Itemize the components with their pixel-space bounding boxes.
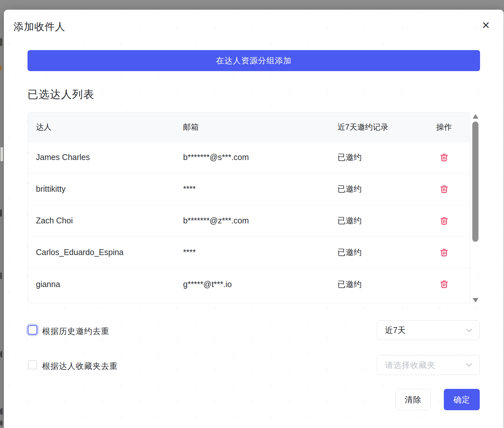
- creator-name: brittikitty: [28, 184, 183, 194]
- creator-name: gianna: [28, 280, 183, 289]
- trash-icon[interactable]: [439, 279, 450, 290]
- backdrop-artifact: [0, 273, 2, 279]
- close-icon[interactable]: ✕: [479, 18, 493, 32]
- column-header-invite-record: 近7天邀约记录: [337, 122, 418, 132]
- backdrop-artifact: [0, 147, 3, 161]
- creator-email: ****: [183, 248, 337, 257]
- modal-title: 添加收件人: [14, 20, 65, 34]
- creator-email: ****: [183, 184, 337, 194]
- history-dedupe-checkbox[interactable]: [28, 325, 37, 335]
- history-range-select[interactable]: 近7天: [377, 320, 480, 340]
- backdrop-artifact: [0, 408, 3, 415]
- history-range-value: 近7天: [385, 325, 466, 336]
- scroll-down-arrow-icon[interactable]: [473, 298, 478, 303]
- add-from-creator-group-label: 在达人资源分组添加: [216, 55, 292, 66]
- invite-status: 已邀约: [337, 215, 418, 226]
- backdrop-artifact: [0, 420, 3, 426]
- confirm-button[interactable]: 确定: [444, 389, 480, 410]
- invite-status: 已邀约: [337, 184, 418, 194]
- backdrop-artifact: [0, 66, 2, 70]
- backdrop-artifact: [0, 351, 2, 358]
- creator-email: b*******@s***.com: [183, 153, 337, 162]
- add-recipients-modal: 添加收件人 ✕ 在达人资源分组添加 已选达人列表 达人 邮箱 近7天邀约记录 操…: [4, 10, 504, 428]
- favorites-dedupe-checkbox[interactable]: [28, 360, 37, 369]
- favorites-dedupe-label: 根据达人收藏夹去重: [42, 361, 118, 371]
- trash-icon[interactable]: [439, 215, 450, 226]
- table-header-row: 达人 邮箱 近7天邀约记录 操作: [28, 112, 470, 142]
- selected-creator-list-heading: 已选达人列表: [27, 87, 94, 102]
- trash-icon[interactable]: [439, 184, 450, 195]
- clear-button-label: 清除: [405, 394, 422, 405]
- creator-email: g*****@t***.io: [183, 280, 337, 289]
- invite-status: 已邀约: [337, 152, 418, 163]
- confirm-button-label: 确定: [454, 394, 470, 405]
- invite-status: 已邀约: [337, 279, 418, 290]
- favorites-folder-select[interactable]: 请选择收藏夹: [377, 355, 480, 375]
- column-header-creator: 达人: [28, 122, 183, 132]
- column-header-action: 操作: [418, 122, 470, 132]
- backdrop-artifact: [0, 209, 2, 217]
- favorites-folder-placeholder: 请选择收藏夹: [385, 360, 466, 370]
- creator-name: Carlos_Eduardo_Espina: [28, 248, 183, 257]
- add-from-creator-group-button[interactable]: 在达人资源分组添加: [27, 50, 480, 71]
- backdrop-artifact: [0, 38, 2, 46]
- trash-icon[interactable]: [439, 247, 450, 258]
- invite-status: 已邀约: [337, 247, 418, 258]
- chevron-down-icon: [466, 363, 472, 367]
- chevron-down-icon: [466, 328, 472, 332]
- table-row: brittikitty **** 已邀约: [28, 173, 470, 205]
- column-header-email: 邮箱: [183, 122, 337, 132]
- selected-creator-table: 达人 邮箱 近7天邀约记录 操作 James Charles b*******@…: [28, 112, 470, 303]
- table-row: James Charles b*******@s***.com 已邀约: [28, 142, 470, 173]
- clear-button[interactable]: 清除: [395, 389, 431, 410]
- history-dedupe-label: 根据历史邀约去重: [42, 326, 109, 337]
- creator-name: James Charles: [28, 153, 183, 162]
- creator-email: b*******@z***.com: [183, 216, 337, 225]
- scroll-up-arrow-icon[interactable]: [473, 114, 478, 119]
- table-row: gianna g*****@t***.io 已邀约: [28, 268, 470, 300]
- trash-icon[interactable]: [439, 152, 450, 163]
- table-row: Carlos_Eduardo_Espina **** 已邀约: [28, 237, 470, 268]
- table-row: Zach Choi b*******@z***.com 已邀约: [28, 205, 470, 237]
- scrollbar-thumb[interactable]: [472, 122, 478, 242]
- creator-name: Zach Choi: [28, 216, 183, 225]
